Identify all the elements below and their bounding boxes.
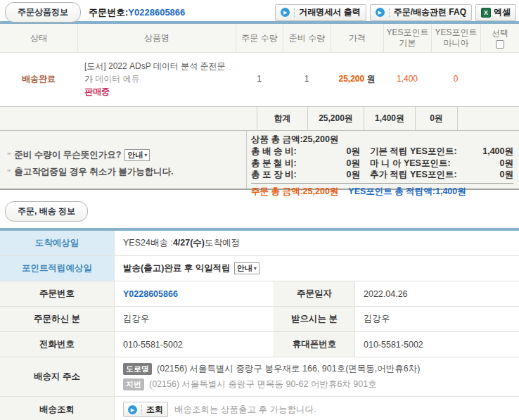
header-point-basic: YES포인트 기본 <box>383 24 431 52</box>
mobile-label: 휴대폰번호 <box>274 332 355 357</box>
guide-label: 안내 <box>237 263 252 274</box>
order-number-line: 주문번호:Y0228605866 <box>89 6 185 19</box>
product-row: 배송완료 [도서] 2022 ADsP 데이터 분석 준전문가 데이터 에듀 판… <box>0 53 519 106</box>
order-date-value: 2022.04.26 <box>355 281 519 306</box>
select-label: 선택 <box>492 28 508 39</box>
order-total: 주문 총 금액:25,200원 <box>251 186 338 198</box>
shipping-label: 총 배 송 비: <box>251 146 321 158</box>
jibun-address-text: (02156) 서울특별시 중랑구 면목동 90-62 어반휴6차 901호 <box>149 378 377 390</box>
dotted-divider <box>141 405 142 414</box>
point-accrual-label: 포인트적립예상일 <box>0 256 115 281</box>
note-bullet: " <box>7 151 11 160</box>
road-address-line: 도로명 (02156) 서울특별시 중랑구 봉우재로 166, 901호(면목동… <box>123 363 420 375</box>
delivery-status: 배송완료 <box>0 73 77 85</box>
guide-label: 안내 <box>127 150 143 160</box>
note-ready-qty: " 준비 수량이 무슨뜻인가요? 안내▾ <box>7 149 246 161</box>
wrapping-value: 0원 <box>321 169 360 181</box>
header-point-mania: YES포인트 마니아 <box>431 24 480 52</box>
section2-header-bar: 주문, 배송 정보 <box>0 201 519 222</box>
price-unit: 원 <box>367 74 376 84</box>
road-address-text: (02156) 서울특별시 중랑구 봉우재로 166, 901호(면목동,어반휴… <box>157 363 420 375</box>
order-number-value: Y0228605866 <box>115 281 274 306</box>
order-number-label: 주문번호 <box>0 281 115 306</box>
excel-export-button[interactable]: X 엑셀 <box>475 4 516 21</box>
phone-label: 전화번호 <box>0 332 115 357</box>
section-title-order-products: 주문상품정보 <box>5 2 81 23</box>
summary-product-total-row: 상품 총 금액:25,200원 <box>251 134 513 146</box>
point-total: YES포인트 총 적립액:1,400원 <box>348 186 466 198</box>
total-point-mania: 0원 <box>415 107 457 130</box>
shipping-address-value: 도로명 (02156) 서울특별시 중랑구 봉우재로 166, 901호(면목동… <box>115 357 519 396</box>
section-title-order-delivery: 주문, 배송 정보 <box>5 201 88 222</box>
point-mania-value: 0 <box>431 74 480 84</box>
arrival-date-label: 도착예상일 <box>0 231 115 255</box>
order-number-value: Y0228605866 <box>128 7 185 18</box>
ready-qty-value: 1 <box>283 74 331 84</box>
guide-dropdown-button[interactable]: 안내▾ <box>234 262 260 274</box>
select-all-checkbox[interactable] <box>496 40 504 49</box>
summary-row-wrapping: 총 포 장 비:0원 추가 적립 YES포인트:0원 <box>251 169 513 181</box>
binding-label: 총 분 철 비: <box>251 158 321 170</box>
mania-point-label: 마 니 아 YES포인트: <box>370 158 477 170</box>
order-date-label: 주문일자 <box>274 281 355 306</box>
row-orderer: 주문하신 분 김강우 받으시는 분 김강우 <box>0 307 519 332</box>
tracking-button-label: 조회 <box>146 404 163 416</box>
table-header-row: 상태 상품명 주문 수량 준비 수량 가격 YES포인트 기본 YES포인트 마… <box>0 24 519 53</box>
play-circle-icon: ▶ <box>376 8 385 17</box>
order-number-label: 주문번호: <box>89 7 128 18</box>
note-ready-qty-text: 준비 수량이 무슨뜻인가요? <box>14 149 121 161</box>
point-accrual-text: 발송(출고)완료 후 익일적립 <box>123 262 231 274</box>
excel-icon: X <box>481 8 491 18</box>
jibun-address-line: 지번 (02156) 서울특별시 중랑구 면목동 90-62 어반휴6차 901… <box>123 378 377 390</box>
extra-point-value: 0원 <box>477 169 513 181</box>
mobile-value: 010-5581-5002 <box>355 332 519 357</box>
sale-state: 판매중 <box>84 85 229 98</box>
price-cell: 25,200 원 <box>331 73 383 85</box>
orderer-label: 주문하신 분 <box>0 307 115 331</box>
header-select: 선택 <box>480 24 519 52</box>
receiver-label: 받으시는 분 <box>274 307 355 331</box>
summary-area: " 준비 수량이 무슨뜻인가요? 안내▾ " 출고작업중일 경우 취소가 불가능… <box>0 130 519 190</box>
jibun-badge: 지번 <box>123 378 144 390</box>
summary-final-row: 주문 총 금액:25,200원 YES포인트 총 적립액:1,400원 <box>251 183 513 198</box>
order-number-link[interactable]: Y0228605866 <box>123 289 178 299</box>
invoice-print-button[interactable]: ▶ 거래명세서 출력 <box>275 4 366 21</box>
caret-down-icon: ▾ <box>144 151 147 159</box>
header-ready-qty: 준비 수량 <box>283 24 331 52</box>
tracking-label: 배송조회 <box>0 397 115 420</box>
arrival-suffix: 도착예정 <box>205 237 240 249</box>
tracking-value: ▶ 조회 배송조회는 상품출고 후 가능합니다. <box>115 397 519 420</box>
notes-panel: " 준비 수량이 무슨뜻인가요? 안내▾ " 출고작업중일 경우 취소가 불가능… <box>0 131 246 189</box>
phone-value: 010-5581-5002 <box>115 332 274 357</box>
summary-row-shipping: 총 배 송 비:0원 기본 적립 YES포인트:1,400원 <box>251 146 513 158</box>
order-faq-button[interactable]: ▶ 주문/배송관련 FAQ <box>370 4 472 21</box>
total-row: 합계 25,200원 1,400원 0원 <box>0 106 519 130</box>
row-arrival-date: 도착예상일 YES24배송 : 4/27(수) 도착예정 <box>0 231 519 256</box>
note-bullet: " <box>7 168 11 177</box>
order-delivery-table: 도착예상일 YES24배송 : 4/27(수) 도착예정 포인트적립예상일 발송… <box>0 228 519 420</box>
row-delivery-tracking: 배송조회 ▶ 조회 배송조회는 상품출고 후 가능합니다. <box>0 397 519 420</box>
note-cancel-text: 출고작업중일 경우 취소가 불가능합니다. <box>14 166 173 178</box>
header-status: 상태 <box>0 24 77 52</box>
row-point-accrual-date: 포인트적립예상일 발송(출고)완료 후 익일적립 안내▾ <box>0 256 519 281</box>
guide-dropdown-button[interactable]: 안내▾ <box>124 149 150 161</box>
header-price: 가격 <box>331 24 383 52</box>
total-price: 25,200원 <box>307 107 364 130</box>
header-order-qty: 주문 수량 <box>236 24 283 52</box>
tracking-note: 배송조회는 상품출고 후 가능합니다. <box>174 404 316 416</box>
summary-row-binding: 총 분 철 비:0원 마 니 아 YES포인트:0원 <box>251 158 513 170</box>
row-order-number: 주문번호 Y0228605866 주문일자 2022.04.26 <box>0 281 519 307</box>
arrival-date-bold: 4/27(수) <box>173 237 205 249</box>
price-value: 25,200 <box>338 74 364 84</box>
order-products-table: 상태 상품명 주문 수량 준비 수량 가격 YES포인트 기본 YES포인트 마… <box>0 21 519 190</box>
orderer-value: 김강우 <box>115 307 274 331</box>
tracking-button[interactable]: ▶ 조회 <box>123 402 168 417</box>
product-total: 상품 총 금액:25,200원 <box>251 134 338 146</box>
section1-header-bar: 주문상품정보 주문번호:Y0228605866 ▶ 거래명세서 출력 ▶ 주문/… <box>0 0 519 21</box>
shipping-address-label: 배송지 주소 <box>0 357 115 396</box>
extra-point-label: 추가 적립 YES포인트: <box>370 169 477 181</box>
basic-point-value: 1,400원 <box>477 146 513 158</box>
total-point-basic: 1,400원 <box>364 107 415 130</box>
point-basic-value: 1,400 <box>383 74 431 84</box>
header-product-name: 상품명 <box>77 24 236 52</box>
